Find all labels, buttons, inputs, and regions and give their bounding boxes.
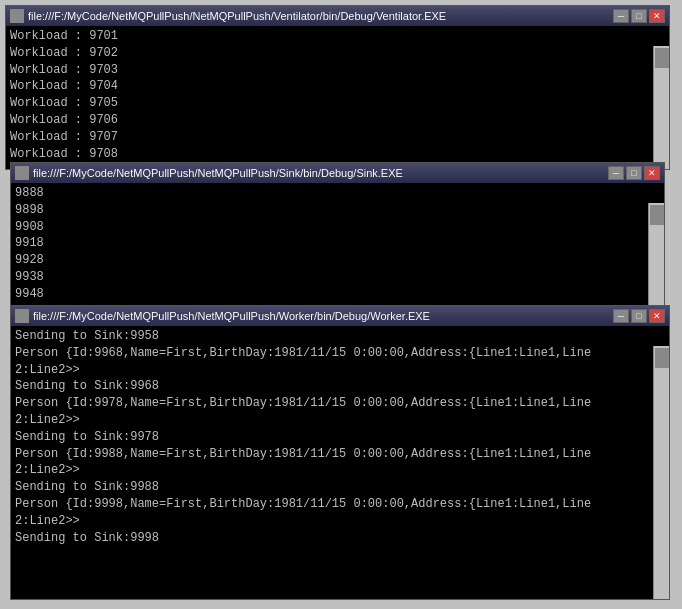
sink-window-icon: [15, 166, 29, 180]
sink-close-button[interactable]: ✕: [644, 166, 660, 180]
ventilator-titlebar-left: file:///F:/MyCode/NetMQPullPush/NetMQPul…: [10, 9, 446, 23]
sink-title: file:///F:/MyCode/NetMQPullPush/NetMQPul…: [33, 167, 403, 179]
worker-scrollbar[interactable]: [653, 346, 669, 599]
sink-console: 9888 9898 9908 9918 9928 9938 9948 9958 …: [11, 183, 664, 321]
worker-titlebar: file:///F:/MyCode/NetMQPullPush/NetMQPul…: [11, 306, 669, 326]
sink-scrollbar-thumb[interactable]: [650, 205, 664, 225]
ventilator-titlebar: file:///F:/MyCode/NetMQPullPush/NetMQPul…: [6, 6, 669, 26]
worker-titlebar-left: file:///F:/MyCode/NetMQPullPush/NetMQPul…: [15, 309, 430, 323]
ventilator-title: file:///F:/MyCode/NetMQPullPush/NetMQPul…: [28, 10, 446, 22]
ventilator-titlebar-buttons: ─ □ ✕: [613, 9, 665, 23]
worker-titlebar-buttons: ─ □ ✕: [613, 309, 665, 323]
sink-minimize-button[interactable]: ─: [608, 166, 624, 180]
ventilator-window-icon: [10, 9, 24, 23]
worker-console: Sending to Sink:9958 Person {Id:9968,Nam…: [11, 326, 669, 548]
ventilator-scrollbar[interactable]: [653, 46, 669, 169]
worker-scrollbar-thumb[interactable]: [655, 348, 669, 368]
worker-window-icon: [15, 309, 29, 323]
ventilator-window: file:///F:/MyCode/NetMQPullPush/NetMQPul…: [5, 5, 670, 170]
sink-window: file:///F:/MyCode/NetMQPullPush/NetMQPul…: [10, 162, 665, 322]
worker-title: file:///F:/MyCode/NetMQPullPush/NetMQPul…: [33, 310, 430, 322]
worker-minimize-button[interactable]: ─: [613, 309, 629, 323]
sink-titlebar: file:///F:/MyCode/NetMQPullPush/NetMQPul…: [11, 163, 664, 183]
worker-maximize-button[interactable]: □: [631, 309, 647, 323]
sink-titlebar-buttons: ─ □ ✕: [608, 166, 660, 180]
sink-scrollbar[interactable]: [648, 203, 664, 321]
sink-maximize-button[interactable]: □: [626, 166, 642, 180]
ventilator-maximize-button[interactable]: □: [631, 9, 647, 23]
worker-close-button[interactable]: ✕: [649, 309, 665, 323]
ventilator-scrollbar-thumb[interactable]: [655, 48, 669, 68]
sink-titlebar-left: file:///F:/MyCode/NetMQPullPush/NetMQPul…: [15, 166, 403, 180]
worker-window: file:///F:/MyCode/NetMQPullPush/NetMQPul…: [10, 305, 670, 600]
ventilator-close-button[interactable]: ✕: [649, 9, 665, 23]
ventilator-console: Workload : 9701 Workload : 9702 Workload…: [6, 26, 669, 164]
ventilator-minimize-button[interactable]: ─: [613, 9, 629, 23]
